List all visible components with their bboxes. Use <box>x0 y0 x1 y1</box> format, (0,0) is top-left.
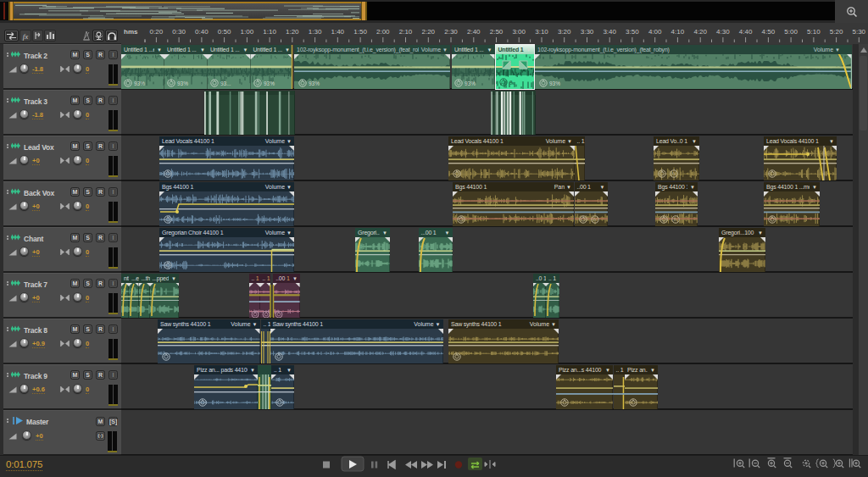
svg-text:93%: 93% <box>177 80 188 86</box>
svg-text:93%: 93% <box>549 80 560 86</box>
svg-text:93%: 93% <box>264 80 275 86</box>
svg-text:93%: 93% <box>134 80 145 86</box>
svg-text:9...: 9... <box>509 80 517 86</box>
svg-text:93...: 93... <box>220 80 231 86</box>
svg-text:93%: 93% <box>309 80 320 86</box>
svg-text:93%: 93% <box>465 80 476 86</box>
